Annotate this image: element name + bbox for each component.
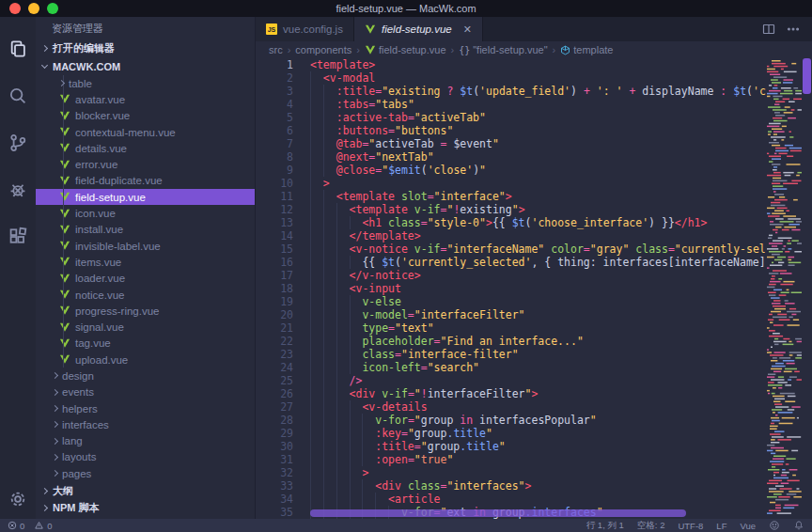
tree-item-details-vue[interactable]: details.vue [36, 140, 255, 156]
status-item-2[interactable]: UTF-8 [678, 521, 703, 531]
breadcrumb-separator: › [553, 44, 556, 55]
tree-item-items-vue[interactable]: items.vue [36, 254, 255, 270]
tree-item-events[interactable]: events [36, 384, 255, 400]
code-line-2[interactable]: 2 <v-modal [256, 71, 766, 85]
status-item-3[interactable]: LF [716, 521, 726, 531]
tree-item-interfaces[interactable]: interfaces [36, 416, 255, 432]
code-line-23[interactable]: 23 class="interface-filter" [256, 348, 766, 361]
tree-item-tag-vue[interactable]: tag.vue [36, 336, 255, 352]
tree-item-helpers[interactable]: helpers [36, 400, 255, 416]
line-number: 17 [256, 269, 293, 282]
tree-item-notice-vue[interactable]: notice.vue [36, 287, 255, 303]
notifications-bell-icon[interactable] [793, 520, 804, 531]
code-line-30[interactable]: 30 :title="group.title" [256, 440, 766, 453]
code-line-28[interactable]: 28 v-for="group in interfacesPopular" [256, 414, 766, 427]
close-tab-icon[interactable]: ✕ [463, 23, 472, 36]
code-line-9[interactable]: 9 @close="$emit('close')" [256, 164, 766, 177]
breadcrumb-item-template[interactable]: template [560, 44, 613, 55]
code-line-34[interactable]: 34 <article [256, 493, 766, 506]
minimap[interactable] [766, 58, 802, 519]
tree-item-loader-vue[interactable]: loader.vue [36, 271, 255, 287]
tree-item-error-vue[interactable]: error.vue [36, 156, 255, 172]
code-line-24[interactable]: 24 icon-left="search" [256, 361, 766, 374]
code-line-32[interactable]: 32 > [256, 466, 766, 479]
code-line-20[interactable]: 20 v-model="interfaceFilter" [256, 308, 766, 321]
sidebar-section-NPM 脚本[interactable]: NPM 脚本 [36, 500, 255, 518]
tree-item-invisible-label-vue[interactable]: invisible-label.vue [36, 238, 255, 254]
code-line-4[interactable]: 4 :tabs="tabs" [256, 98, 766, 111]
code-line-7[interactable]: 7 @tab="activeTab = $event" [256, 137, 766, 150]
tree-item-field-setup-vue[interactable]: field-setup.vue [36, 189, 255, 205]
tree-item-blocker-vue[interactable]: blocker.vue [36, 108, 255, 124]
feedback-smiley-icon[interactable] [769, 520, 780, 531]
extensions-icon[interactable] [0, 213, 36, 260]
code-line-1[interactable]: 1<template> [256, 58, 766, 71]
problems-warnings[interactable]: 0 [34, 521, 52, 531]
vue-file-icon [59, 209, 70, 219]
vertical-scrollbar[interactable] [802, 58, 812, 519]
tree-item-icon-vue[interactable]: icon.vue [36, 205, 255, 221]
tree-item-avatar-vue[interactable]: avatar.vue [36, 91, 255, 107]
more-actions-icon[interactable] [786, 22, 801, 37]
code-line-31[interactable]: 31 :open="true" [256, 453, 766, 466]
breadcrumb-item-fieldsetupvue[interactable]: field-setup.vue [365, 44, 446, 55]
tree-item-table[interactable]: table [36, 75, 255, 91]
code-line-29[interactable]: 29 :key="group.title" [256, 427, 766, 440]
code-line-26[interactable]: 26 <div v-if="!interfaceFilter"> [256, 387, 766, 400]
code-line-19[interactable]: 19 v-else [256, 295, 766, 308]
workspace-section[interactable]: MACWK.COM [36, 57, 255, 75]
code-line-18[interactable]: 18 <v-input [256, 282, 766, 295]
code-line-6[interactable]: 6 :buttons="buttons" [256, 124, 766, 137]
status-item-1[interactable]: 空格: 2 [637, 520, 665, 532]
tree-item-contextual-menu-vue[interactable]: contextual-menu.vue [36, 124, 255, 140]
code-area[interactable]: 1<template>2 <v-modal3 :title="existing … [256, 58, 766, 519]
code-line-3[interactable]: 3 :title="existing ? $t('update_field') … [256, 85, 766, 98]
code-line-5[interactable]: 5 :active-tab="activeTab" [256, 111, 766, 124]
tree-item-pages[interactable]: pages [36, 465, 255, 481]
source-control-icon[interactable] [0, 119, 36, 166]
problems-errors[interactable]: 0 [8, 521, 24, 531]
tree-item-upload-vue[interactable]: upload.vue [36, 352, 255, 368]
code-line-10[interactable]: 10 > [256, 177, 766, 190]
horizontal-scrollbar-thumb[interactable] [310, 509, 686, 517]
tree-item-design[interactable]: design [36, 368, 255, 383]
code-line-14[interactable]: 14 </template> [256, 229, 766, 243]
status-item-0[interactable]: 行 1, 列 1 [586, 520, 624, 532]
code-line-25[interactable]: 25 /> [256, 374, 766, 387]
settings-gear-icon[interactable] [0, 479, 36, 519]
explorer-icon[interactable] [0, 25, 36, 72]
tree-item-lang[interactable]: lang [36, 433, 255, 449]
tree-item-install-vue[interactable]: install.vue [36, 222, 255, 238]
split-editor-icon[interactable] [761, 22, 776, 37]
tree-indent-guide [63, 75, 64, 368]
tree-item-layouts[interactable]: layouts [36, 449, 255, 465]
code-line-13[interactable]: 13 <h1 class="style-0">{{ $t('choose_int… [256, 216, 766, 229]
code-line-11[interactable]: 11 <template slot="interface"> [256, 190, 766, 203]
code-line-15[interactable]: 15 <v-notice v-if="interfaceName" color=… [256, 243, 766, 256]
tab-field-setup.vue[interactable]: field-setup.vue ✕ [354, 17, 483, 41]
tree-item-field-duplicate-vue[interactable]: field-duplicate.vue [36, 173, 255, 189]
code-line-21[interactable]: 21 type="text" [256, 321, 766, 335]
vertical-scrollbar-thumb[interactable] [803, 58, 811, 94]
code-line-8[interactable]: 8 @next="nextTab" [256, 150, 766, 164]
breadcrumb-item-fieldsetupvue[interactable]: {}"field-setup.vue" [459, 44, 547, 55]
line-number: 26 [256, 387, 293, 400]
breadcrumb-item-src[interactable]: src [269, 44, 283, 55]
sidebar-section-大纲[interactable]: 大纲 [36, 482, 255, 500]
tab-vue.config.js[interactable]: JSvue.config.js [256, 17, 354, 41]
code-line-16[interactable]: 16 {{ $t('currently_selected', { thing: … [256, 256, 766, 269]
search-icon[interactable] [0, 72, 36, 119]
code-line-33[interactable]: 33 <div class="interfaces"> [256, 479, 766, 493]
workspace-label: MACWK.COM [53, 61, 120, 72]
line-number: 6 [256, 124, 293, 137]
code-line-27[interactable]: 27 <v-details [256, 400, 766, 414]
code-line-17[interactable]: 17 </v-notice> [256, 269, 766, 282]
run-debug-icon[interactable] [0, 166, 36, 213]
code-line-12[interactable]: 12 <template v-if="!existing"> [256, 203, 766, 216]
tree-item-signal-vue[interactable]: signal.vue [36, 319, 255, 335]
breadcrumb-item-components[interactable]: components [295, 44, 351, 55]
tree-item-progress-ring-vue[interactable]: progress-ring.vue [36, 303, 255, 319]
code-line-22[interactable]: 22 placeholder="Find an interface..." [256, 335, 766, 348]
open-editors-section[interactable]: 打开的编辑器 [36, 39, 255, 57]
status-item-4[interactable]: Vue [740, 521, 756, 531]
